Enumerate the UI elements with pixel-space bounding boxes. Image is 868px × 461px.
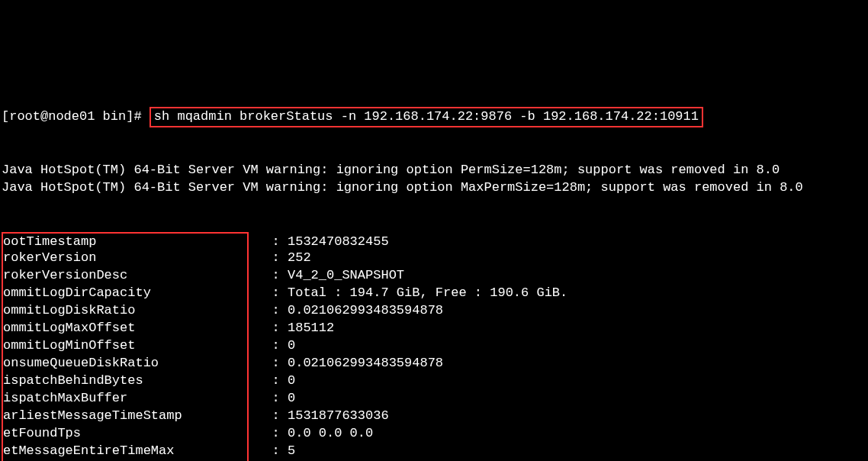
status-row: ommitLogMinOffset : 0 xyxy=(2,337,866,355)
status-row: arliestMessageTimeStamp : 1531877633036 xyxy=(2,408,866,425)
status-row: ootTimestamp : 1532470832455 xyxy=(2,232,866,250)
status-row: ommitLogDiskRatio : 0.021062993483594878 xyxy=(2,302,866,320)
status-row: onsumeQueueDiskRatio : 0.021062993483594… xyxy=(2,355,866,372)
command-text: sh mqadmin brokerStatus -n 192.168.174.2… xyxy=(149,107,703,127)
warnings-block: Java HotSpot(TM) 64-Bit Server VM warnin… xyxy=(2,162,866,197)
status-value: : 0.021062993483594878 xyxy=(249,356,443,370)
status-key: ootTimestamp xyxy=(3,234,247,251)
status-value: : V4_2_0_SNAPSHOT xyxy=(249,268,404,282)
status-row: ispatchMaxBuffer : 0 xyxy=(2,390,866,408)
status-key: onsumeQueueDiskRatio xyxy=(3,355,247,372)
status-key: rokerVersion xyxy=(3,250,247,267)
status-key: ispatchBehindBytes xyxy=(3,372,247,390)
status-value: : 5 xyxy=(249,443,295,458)
jvm-warning-line: Java HotSpot(TM) 64-Bit Server VM warnin… xyxy=(2,179,866,197)
status-value: : Total : 194.7 GiB, Free : 190.6 GiB. xyxy=(249,285,567,300)
status-value: : 0 xyxy=(249,373,295,388)
status-value: : 252 xyxy=(249,250,311,265)
status-key: ispatchMaxBuffer xyxy=(3,390,247,408)
status-row: ommitLogDirCapacity : Total : 194.7 GiB,… xyxy=(2,285,866,302)
status-row: rokerVersion : 252 xyxy=(2,250,866,267)
status-value: : 0.021062993483594878 xyxy=(249,303,443,318)
status-row: etMessageEntireTimeMax : 5 xyxy=(2,443,866,460)
status-value: : 0 xyxy=(249,338,295,353)
status-key: ommitLogDiskRatio xyxy=(3,302,247,320)
status-table: ootTimestamp : 1532470832455rokerVersion… xyxy=(2,232,866,461)
status-value: : 185112 xyxy=(249,321,334,335)
status-key: rokerVersionDesc xyxy=(3,267,247,285)
status-key: arliestMessageTimeStamp xyxy=(3,408,247,425)
status-value: : 1532470832455 xyxy=(249,234,389,249)
status-row: rokerVersionDesc : V4_2_0_SNAPSHOT xyxy=(2,267,866,285)
prompt-line: [root@node01 bin]# sh mqadmin brokerStat… xyxy=(2,107,866,127)
status-key: ommitLogDirCapacity xyxy=(3,285,247,302)
status-value: : 1531877633036 xyxy=(249,408,389,423)
status-row: ommitLogMaxOffset : 185112 xyxy=(2,320,866,337)
status-row: etFoundTps : 0.0 0.0 0.0 xyxy=(2,425,866,443)
status-key: etFoundTps xyxy=(3,425,247,443)
status-key: ommitLogMinOffset xyxy=(3,337,247,355)
status-key: ommitLogMaxOffset xyxy=(3,320,247,337)
status-key: etMessageEntireTimeMax xyxy=(3,443,247,460)
jvm-warning-line: Java HotSpot(TM) 64-Bit Server VM warnin… xyxy=(2,162,866,179)
shell-prompt: [root@node01 bin]# xyxy=(2,109,149,124)
status-value: : 0.0 0.0 0.0 xyxy=(249,426,373,440)
status-value: : 0 xyxy=(249,391,295,405)
status-row: ispatchBehindBytes : 0 xyxy=(2,372,866,390)
terminal-output: [root@node01 bin]# sh mqadmin brokerStat… xyxy=(2,72,866,461)
